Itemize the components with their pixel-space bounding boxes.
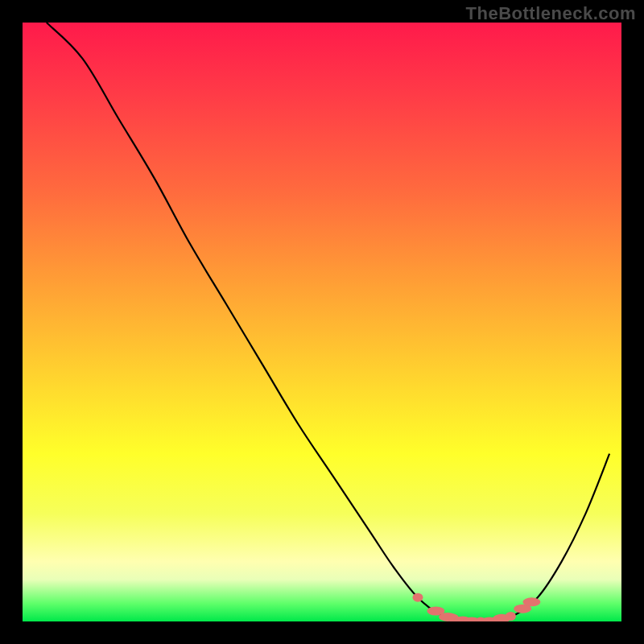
optimal-marker [413,593,423,602]
chart-frame: TheBottleneck.com [0,0,644,644]
plot-area [23,23,621,621]
watermark-text: TheBottleneck.com [466,3,636,24]
optimal-marker [522,597,540,606]
bottleneck-curve [47,23,609,621]
optimal-marker [506,612,516,621]
curve-layer [23,23,621,621]
optimal-markers [413,593,541,621]
